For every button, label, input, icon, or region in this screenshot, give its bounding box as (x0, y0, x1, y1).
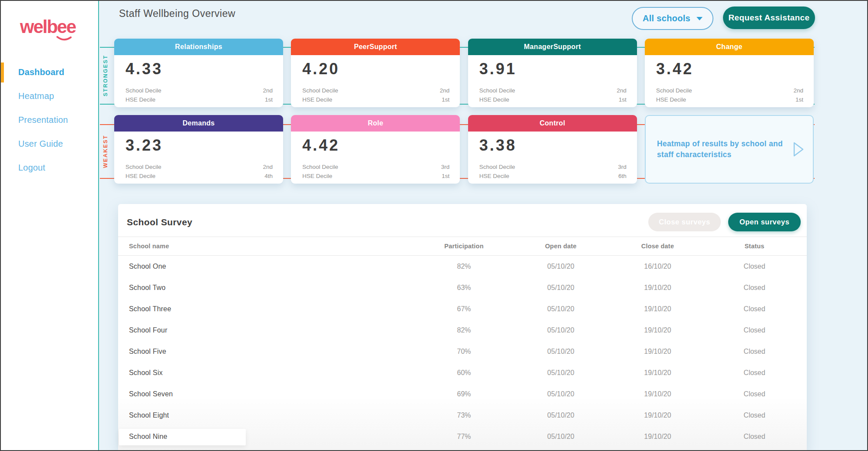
sidebar-nav: Dashboard Heatmap Presentation User Guid… (1, 65, 99, 184)
close-date-value: 19/10/20 (609, 411, 706, 419)
open-date-value: 05/10/20 (512, 390, 609, 398)
school-decile-value: 2nd (263, 86, 273, 95)
card-score: 4.20 (302, 60, 460, 78)
sidebar-item-label: Dashboard (18, 67, 64, 77)
open-surveys-button[interactable]: Open surveys (728, 213, 801, 231)
school-decile-label: School Decile (302, 86, 338, 95)
logo-smile-icon (56, 36, 72, 43)
school-decile-value: 2nd (617, 86, 627, 95)
school-name: School Four (129, 326, 167, 334)
hse-decile-label: HSE Decile (302, 172, 332, 181)
sidebar-item-label: Heatmap (18, 91, 54, 101)
hse-decile-label: HSE Decile (302, 95, 332, 105)
card-demands: Demands 3.23 School Decile 2nd HSE Decil… (114, 115, 283, 184)
school-decile-label: School Decile (302, 163, 338, 172)
card-title: Relationships (114, 39, 283, 55)
close-date-value: 19/10/20 (609, 284, 706, 292)
column-close-date: Close date (609, 243, 706, 250)
school-name: School Eight (129, 411, 169, 419)
table-row: School Six 60% 05/10/20 19/10/20 Closed (118, 362, 807, 383)
hse-decile-value: 6th (618, 172, 627, 181)
sidebar-item-presentation[interactable]: Presentation (1, 113, 99, 127)
arrow-right-icon (793, 142, 804, 157)
table-header-row: School name Participation Open date Clos… (118, 237, 807, 256)
card-title: Control (468, 115, 637, 132)
survey-header: School Survey Close surveys Open surveys (118, 204, 807, 237)
hse-decile-value: 1st (442, 95, 449, 105)
school-decile-value: 2nd (263, 163, 273, 172)
status-value: Closed (706, 326, 803, 334)
card-control: Control 3.38 School Decile 3rd HSE Decil… (468, 115, 637, 184)
hse-decile-value: 1st (265, 95, 273, 105)
heatmap-link-label: Heatmap of results by school and staff c… (657, 138, 790, 161)
school-decile-label: School Decile (125, 86, 162, 95)
status-value: Closed (706, 390, 803, 398)
school-decile-label: School Decile (656, 86, 692, 95)
card-deciles: School Decile 2nd HSE Decile 1st (125, 86, 273, 104)
school-name: School Five (129, 348, 166, 355)
hse-decile-value: 4th (264, 172, 273, 181)
status-value: Closed (706, 348, 803, 356)
school-name: School One (129, 263, 166, 270)
sidebar-item-label: User Guide (18, 139, 63, 148)
sidebar-item-heatmap[interactable]: Heatmap (1, 89, 99, 103)
table-row: School Four 82% 05/10/20 19/10/20 Closed (118, 319, 807, 341)
card-score: 3.38 (479, 136, 637, 155)
close-date-value: 16/10/20 (609, 263, 706, 270)
hse-decile-label: HSE Decile (125, 172, 155, 181)
participation-value: 73% (416, 411, 512, 419)
card-score: 4.33 (125, 60, 283, 78)
card-title: ManagerSupport (468, 39, 637, 55)
card-score: 4.42 (302, 136, 460, 155)
strongest-label: STRONGEST (100, 48, 111, 104)
school-decile-label: School Decile (479, 163, 515, 172)
card-manager-support: ManagerSupport 3.91 School Decile 2nd HS… (468, 39, 637, 107)
school-survey-panel: School Survey Close surveys Open surveys… (118, 204, 807, 451)
request-assistance-button[interactable]: Request Assistance (723, 7, 815, 29)
school-name: School Seven (129, 390, 173, 398)
dashboard-page: welbee Dashboard Heatmap Presentation Us… (0, 0, 868, 451)
card-title: PeerSupport (291, 39, 460, 55)
table-row: School Three 67% 05/10/20 19/10/20 Close… (118, 298, 807, 319)
hse-decile-label: HSE Decile (656, 95, 686, 105)
school-name: School Two (129, 284, 165, 291)
survey-title: School Survey (127, 217, 192, 227)
close-surveys-button[interactable]: Close surveys (648, 213, 721, 231)
school-filter-dropdown[interactable]: All schools (632, 7, 713, 30)
sidebar-item-dashboard[interactable]: Dashboard (1, 65, 99, 79)
table-row: School Two 63% 05/10/20 19/10/20 Closed (118, 277, 807, 298)
heatmap-link-card[interactable]: Heatmap of results by school and staff c… (645, 115, 814, 184)
open-date-value: 05/10/20 (512, 305, 609, 313)
welbee-logo: welbee (20, 16, 76, 37)
participation-value: 77% (416, 433, 512, 441)
sidebar-item-logout[interactable]: Logout (1, 161, 99, 174)
table-row: School One 82% 05/10/20 16/10/20 Closed (118, 256, 807, 277)
table-row: School Seven 69% 05/10/20 19/10/20 Close… (118, 383, 807, 405)
card-score: 3.23 (125, 136, 283, 155)
column-open-date: Open date (512, 243, 609, 250)
card-deciles: School Decile 3rd HSE Decile 6th (479, 163, 627, 181)
sidebar-item-user-guide[interactable]: User Guide (1, 137, 99, 151)
column-school-name: School name (118, 243, 416, 250)
open-date-value: 05/10/20 (512, 433, 609, 441)
school-filter-value: All schools (643, 13, 690, 23)
participation-value: 82% (416, 263, 512, 270)
card-change: Change 3.42 School Decile 2nd HSE Decile… (645, 39, 814, 107)
table-row: School Five 70% 05/10/20 19/10/20 Closed (118, 341, 807, 362)
school-name: School Three (129, 305, 171, 313)
weakest-label: WEAKEST (100, 125, 111, 178)
close-date-value: 19/10/20 (609, 348, 706, 356)
weakest-cards-row: Demands 3.23 School Decile 2nd HSE Decil… (114, 115, 814, 184)
page-title: Staff Wellbeing Overview (119, 8, 235, 20)
sidebar-item-label: Presentation (18, 115, 68, 125)
status-value: Closed (706, 411, 803, 419)
participation-value: 63% (416, 284, 512, 292)
school-decile-value: 3rd (441, 163, 450, 172)
open-date-value: 05/10/20 (512, 326, 609, 334)
hse-decile-label: HSE Decile (479, 172, 509, 181)
column-status: Status (706, 243, 803, 250)
school-decile-value: 2nd (440, 86, 450, 95)
sidebar: welbee Dashboard Heatmap Presentation Us… (1, 1, 99, 450)
card-deciles: School Decile 2nd HSE Decile 1st (302, 86, 449, 104)
hse-decile-value: 1st (619, 95, 627, 105)
